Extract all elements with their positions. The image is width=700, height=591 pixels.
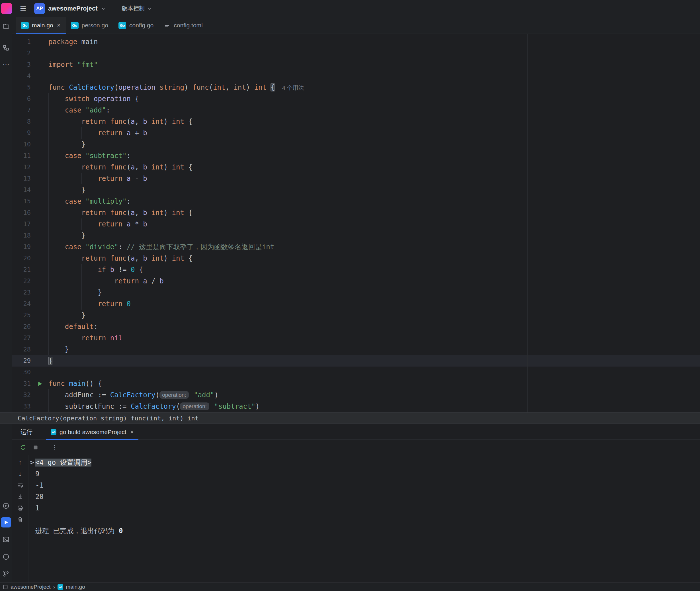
code-line[interactable]: 3import "fmt"	[12, 59, 700, 70]
line-number[interactable]: 10	[12, 139, 31, 150]
line-number[interactable]: 11	[12, 150, 31, 161]
line-number[interactable]: 27	[12, 332, 31, 344]
code-line[interactable]: 6 switch operation {	[12, 93, 700, 105]
line-number[interactable]: 32	[12, 389, 31, 401]
print-icon[interactable]	[16, 505, 24, 512]
scroll-to-end-icon[interactable]	[16, 493, 24, 500]
console-output[interactable]: ><4 go 设置调用>9-1201进程 已完成，退出代码为 0	[28, 455, 700, 582]
code-line[interactable]: 27 return nil	[12, 332, 700, 344]
more-options-icon[interactable]: ⋮	[50, 443, 60, 452]
line-number[interactable]: 21	[12, 264, 31, 275]
line-number[interactable]: 1	[12, 36, 31, 48]
terminal-tool-icon[interactable]	[1, 534, 11, 544]
line-number[interactable]: 12	[12, 161, 31, 173]
line-number[interactable]: 22	[12, 275, 31, 287]
code-line[interactable]: 17 return a * b	[12, 218, 700, 230]
line-number[interactable]: 4	[12, 70, 31, 82]
code-editor[interactable]: 1package main23import "fmt"45func CalcFa…	[12, 34, 700, 412]
code-line[interactable]: 16 return func(a, b int) int {	[12, 207, 700, 218]
code-line[interactable]: 22 return a / b	[12, 275, 700, 287]
line-number[interactable]: 29	[12, 355, 31, 367]
close-icon[interactable]: ×	[130, 429, 134, 436]
console-line[interactable]: 进程 已完成，退出代码为 0	[28, 525, 700, 537]
clear-console-icon[interactable]	[16, 516, 24, 523]
line-number[interactable]: 6	[12, 93, 31, 105]
main-menu-button[interactable]: ☰	[18, 3, 28, 14]
console-line[interactable]: 9	[28, 468, 700, 480]
code-line[interactable]: 20 return func(a, b int) int {	[12, 253, 700, 264]
line-number[interactable]: 8	[12, 116, 31, 127]
tab-main-go[interactable]: Go main.go ×	[16, 17, 66, 34]
code-line[interactable]: 2	[12, 48, 700, 59]
problems-tool-icon[interactable]	[1, 552, 11, 562]
line-number[interactable]: 25	[12, 310, 31, 321]
console-line[interactable]: ><4 go 设置调用>	[28, 457, 700, 468]
breadcrumb-project[interactable]: awesomeProject	[10, 584, 51, 590]
line-number[interactable]: 17	[12, 218, 31, 230]
code-line[interactable]: 33 subtractFunc := CalcFactory(operation…	[12, 401, 700, 412]
code-line[interactable]: 23 }	[12, 287, 700, 298]
line-number[interactable]: 5	[12, 82, 31, 93]
code-line[interactable]: 14 }	[12, 184, 700, 196]
line-number[interactable]: 18	[12, 230, 31, 241]
line-number[interactable]: 19	[12, 241, 31, 253]
code-line[interactable]: 9 return a + b	[12, 127, 700, 139]
code-line[interactable]: 31func main() {	[12, 378, 700, 389]
close-icon[interactable]: ×	[57, 22, 61, 29]
rerun-button[interactable]	[18, 443, 28, 452]
code-line[interactable]: 30	[12, 367, 700, 378]
code-line[interactable]: 5func CalcFactory(operation string) func…	[12, 82, 700, 93]
more-tool-windows-icon[interactable]: ⋯	[1, 60, 11, 70]
services-tool-icon[interactable]	[1, 501, 11, 511]
line-number[interactable]: 9	[12, 127, 31, 139]
project-tool-icon[interactable]	[1, 21, 11, 31]
code-line[interactable]: 28 }	[12, 344, 700, 355]
git-branch-icon[interactable]	[1, 569, 11, 579]
line-number[interactable]: 28	[12, 344, 31, 355]
structure-tool-icon[interactable]	[1, 43, 11, 53]
stop-button[interactable]	[31, 443, 41, 452]
console-line[interactable]: -1	[28, 480, 700, 491]
code-line[interactable]: 8 return func(a, b int) int {	[12, 116, 700, 127]
code-line[interactable]: 13 return a - b	[12, 173, 700, 184]
code-line[interactable]: 10 }	[12, 139, 700, 150]
console-line[interactable]	[28, 514, 700, 525]
line-number[interactable]: 30	[12, 367, 31, 378]
console-line[interactable]: 20	[28, 491, 700, 503]
line-number[interactable]: 14	[12, 184, 31, 196]
code-line[interactable]: 25 }	[12, 310, 700, 321]
code-line[interactable]: 7 case "add":	[12, 105, 700, 116]
code-line[interactable]: 11 case "subtract":	[12, 150, 700, 161]
console-line[interactable]: 1	[28, 503, 700, 514]
tab-person-go[interactable]: Go person.go	[66, 17, 113, 34]
prev-occurrence-icon[interactable]: ↑	[16, 459, 24, 466]
tab-config-toml[interactable]: config.toml	[159, 17, 208, 34]
line-number[interactable]: 23	[12, 287, 31, 298]
line-number[interactable]: 20	[12, 253, 31, 264]
code-line[interactable]: 26 default:	[12, 321, 700, 332]
project-widget[interactable]: AP awesomeProject	[34, 3, 106, 14]
line-number[interactable]: 31	[12, 378, 31, 389]
line-number[interactable]: 7	[12, 105, 31, 116]
line-number[interactable]: 24	[12, 298, 31, 310]
code-line[interactable]: 24 return 0	[12, 298, 700, 310]
code-line[interactable]: 19 case "divide": // 这里是向下取整了，因为函数签名返回是i…	[12, 241, 700, 253]
code-line[interactable]: 4	[12, 70, 700, 82]
line-number[interactable]: 33	[12, 401, 31, 412]
code-line[interactable]: 12 return func(a, b int) int {	[12, 161, 700, 173]
line-number[interactable]: 2	[12, 48, 31, 59]
soft-wrap-icon[interactable]	[16, 482, 24, 489]
tab-config-go[interactable]: Go config.go	[113, 17, 159, 34]
line-number[interactable]: 26	[12, 321, 31, 332]
code-line[interactable]: 32 addFunc := CalcFactory(operation: "ad…	[12, 389, 700, 401]
line-number[interactable]: 13	[12, 173, 31, 184]
vcs-widget[interactable]: 版本控制	[122, 5, 152, 12]
line-number[interactable]: 16	[12, 207, 31, 218]
breadcrumb-file[interactable]: main.go	[66, 584, 85, 590]
code-line[interactable]: 29}	[12, 355, 700, 367]
run-tool-icon[interactable]	[1, 517, 11, 527]
code-line[interactable]: 18 }	[12, 230, 700, 241]
run-configuration-tab[interactable]: Go go build awesomeProject ×	[46, 424, 138, 440]
line-number[interactable]: 3	[12, 59, 31, 70]
code-line[interactable]: 15 case "multiply":	[12, 196, 700, 207]
